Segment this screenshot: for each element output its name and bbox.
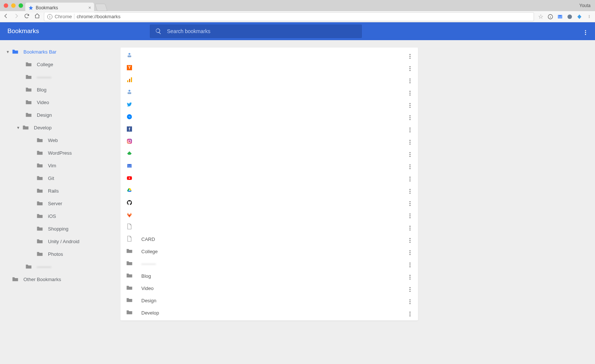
folder-icon <box>36 201 43 206</box>
bookmark-row[interactable] <box>120 110 418 123</box>
omnibox[interactable]: i Chrome chrome://bookmarks <box>44 12 534 21</box>
item-menu-button[interactable] <box>408 198 412 207</box>
folder-icon <box>36 150 43 155</box>
bookmark-row[interactable] <box>120 209 418 221</box>
tree-item[interactable]: Server <box>4 197 108 210</box>
item-menu-button[interactable] <box>408 186 412 195</box>
item-menu-button[interactable] <box>408 75 412 85</box>
tree-item[interactable]: ——— <box>4 260 108 273</box>
item-menu-button[interactable] <box>408 259 412 269</box>
tree-item[interactable]: ——— <box>4 71 108 83</box>
folder-icon <box>25 74 32 80</box>
bookmark-row[interactable] <box>120 98 418 110</box>
bookmark-row[interactable] <box>120 86 418 98</box>
svg-rect-6 <box>131 77 132 82</box>
bookmark-row[interactable]: f <box>120 123 418 135</box>
item-menu-button[interactable] <box>408 222 412 232</box>
tree-label: Unity / Android <box>48 239 80 244</box>
doc-icon <box>126 224 132 230</box>
item-menu-button[interactable] <box>408 161 412 171</box>
bookmark-star-button[interactable]: ☆ <box>538 14 544 20</box>
window-close-button[interactable] <box>4 3 8 8</box>
item-menu-button[interactable] <box>408 210 412 220</box>
header-menu-button[interactable] <box>583 26 588 36</box>
bookmark-folder-row[interactable]: ——— <box>120 258 418 270</box>
bookmark-row[interactable] <box>120 221 418 233</box>
expand-arrow-icon[interactable]: ▼ <box>14 126 22 130</box>
home-button[interactable] <box>34 13 40 20</box>
window-titlebar: Bookmarks × Youta <box>0 0 595 11</box>
tree-root-bookmarks-bar[interactable]: ▼ Bookmarks Bar <box>4 45 108 58</box>
folder-icon <box>25 100 32 105</box>
window-minimize-button[interactable] <box>11 3 16 8</box>
bookmark-folder-row[interactable]: College <box>120 245 418 258</box>
bookmark-folder-row[interactable]: Video <box>120 282 418 294</box>
bookmark-row[interactable] <box>120 49 418 61</box>
inbox-icon <box>126 163 132 169</box>
browser-menu-button[interactable] <box>586 14 592 20</box>
reload-button[interactable] <box>24 13 30 20</box>
search-input[interactable] <box>167 28 357 34</box>
tree-item[interactable]: WordPress <box>4 146 108 159</box>
info-icon[interactable] <box>547 14 553 20</box>
bookmark-row[interactable]: Y <box>120 61 418 74</box>
item-menu-button[interactable] <box>408 173 412 183</box>
item-menu-button[interactable] <box>408 235 412 244</box>
bookmark-row[interactable] <box>120 172 418 184</box>
tree-label: Git <box>48 175 54 181</box>
new-tab-button[interactable] <box>95 4 107 11</box>
extension-misc-icon[interactable] <box>576 14 582 20</box>
item-menu-button[interactable] <box>408 51 412 60</box>
tree-item[interactable]: Vim <box>4 159 108 172</box>
bookmark-folder-row[interactable]: Design <box>120 294 418 307</box>
bookmark-folder-row[interactable]: Blog <box>120 270 418 282</box>
tree-label: Photos <box>48 251 63 257</box>
tree-item[interactable]: Shopping <box>4 222 108 235</box>
browser-tab[interactable]: Bookmarks × <box>25 3 94 13</box>
tree-item[interactable]: iOS <box>4 210 108 222</box>
bookmark-row[interactable] <box>120 196 418 209</box>
item-menu-button[interactable] <box>408 296 412 306</box>
profile-name[interactable]: Youta <box>579 3 591 8</box>
bookmark-folder-row[interactable]: Develop <box>120 307 418 319</box>
tree-other-bookmarks[interactable]: Other Bookmarks <box>4 273 108 286</box>
back-button[interactable] <box>3 13 9 20</box>
item-menu-button[interactable] <box>408 87 412 97</box>
bookmark-row[interactable] <box>120 147 418 160</box>
tree-item[interactable]: Git <box>4 172 108 184</box>
item-menu-button[interactable] <box>408 124 412 134</box>
item-menu-button[interactable] <box>408 112 412 122</box>
extension-translate-icon[interactable] <box>567 14 573 20</box>
bookmark-row[interactable] <box>120 135 418 147</box>
tree-item[interactable]: Photos <box>4 248 108 260</box>
bookmark-row[interactable] <box>120 74 418 86</box>
tab-close-button[interactable]: × <box>88 5 91 10</box>
item-menu-button[interactable] <box>408 284 412 293</box>
item-menu-button[interactable] <box>408 308 412 318</box>
item-menu-button[interactable] <box>408 136 412 146</box>
site-info-icon[interactable]: i <box>47 14 52 19</box>
tree-item[interactable]: Blog <box>4 83 108 96</box>
bookmark-row[interactable] <box>120 160 418 172</box>
item-menu-button[interactable] <box>408 100 412 109</box>
expand-arrow-icon[interactable]: ▼ <box>4 50 12 54</box>
item-menu-button[interactable] <box>408 63 412 73</box>
bookmark-row[interactable] <box>120 184 418 196</box>
window-zoom-button[interactable] <box>19 3 23 8</box>
tree-item[interactable]: Unity / Android <box>4 235 108 248</box>
item-menu-button[interactable] <box>408 271 412 281</box>
bookmark-row[interactable]: CARD <box>120 233 418 245</box>
tree-item[interactable]: College <box>4 58 108 71</box>
item-menu-button[interactable] <box>408 149 412 158</box>
item-menu-button[interactable] <box>408 247 412 257</box>
folder-icon <box>25 87 32 92</box>
tree-item[interactable]: Video <box>4 96 108 109</box>
tree-item[interactable]: Web <box>4 134 108 146</box>
tree-item[interactable]: ▼Develop <box>4 121 108 134</box>
tree-item[interactable]: Design <box>4 109 108 121</box>
search-box[interactable] <box>150 25 362 38</box>
tree-item[interactable]: Rails <box>4 184 108 197</box>
hn-icon: Y <box>126 65 132 71</box>
extension-inbox-icon[interactable] <box>557 14 563 20</box>
folder-icon <box>36 239 43 244</box>
